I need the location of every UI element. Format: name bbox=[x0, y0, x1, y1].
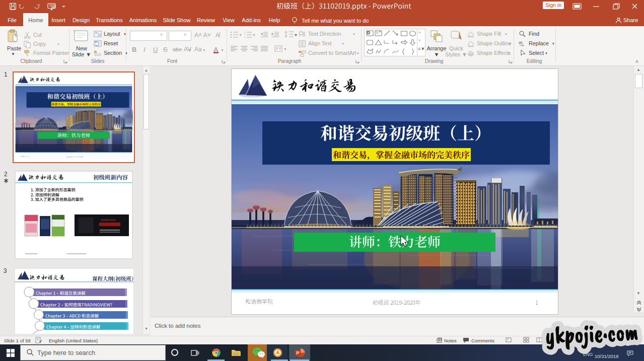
svg-text:P: P bbox=[296, 350, 299, 355]
svg-text:HARMONIC: HARMONIC bbox=[101, 219, 116, 222]
